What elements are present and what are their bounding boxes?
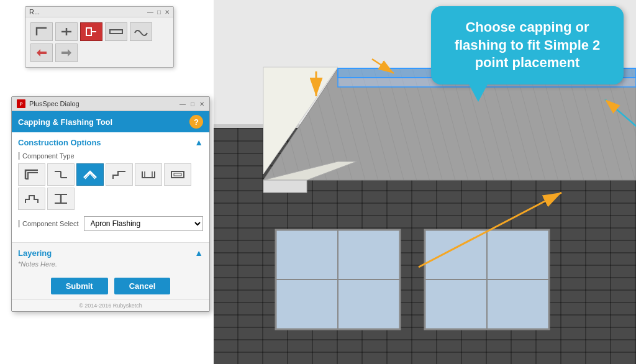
svg-rect-23 <box>110 30 122 34</box>
svg-marker-25 <box>61 49 71 57</box>
component-type-grid <box>18 163 203 210</box>
speech-bubble: Choose capping or flashing to fit Simple… <box>431 6 624 84</box>
dialog-content: Construction Options ▲ Component Type <box>12 132 209 242</box>
mini-tool-t-angle[interactable] <box>55 22 78 41</box>
construction-options-chevron[interactable]: ▲ <box>194 137 203 147</box>
dialog-header-title: Capping & Flashing Tool <box>18 117 112 127</box>
dialog-controls: — □ ✕ <box>179 101 204 107</box>
svg-rect-21 <box>86 28 91 35</box>
dialog-buttons: Submit Cancel <box>12 273 209 299</box>
component-type-label: Component Type <box>18 152 203 160</box>
mini-toolbar-body <box>25 17 173 67</box>
comp-icon-ridge[interactable] <box>76 163 104 186</box>
layering-section: Layering ▲ *Notes Here. <box>12 242 209 273</box>
mini-tool-arrow-r[interactable] <box>55 43 78 62</box>
comp-icon-u-channel[interactable] <box>135 163 162 186</box>
dialog-header: Capping & Flashing Tool ? <box>12 111 209 132</box>
mini-tool-flat[interactable] <box>105 22 127 41</box>
component-select-label: Component Select <box>18 220 79 227</box>
close-control[interactable]: ✕ <box>165 9 170 16</box>
comp-icon-l-flashing[interactable] <box>18 163 45 186</box>
svg-rect-31 <box>171 171 184 178</box>
notes-text: *Notes Here. <box>18 260 203 268</box>
svg-marker-24 <box>37 49 47 57</box>
dialog-minimize[interactable]: — <box>179 101 186 107</box>
component-select-dropdown[interactable]: Apron Flashing Ridge Capping Valley Flas… <box>84 216 204 231</box>
construction-options-header: Construction Options ▲ <box>18 137 203 147</box>
component-select-row: Component Select Apron Flashing Ridge Ca… <box>18 216 203 231</box>
cancel-button[interactable]: Cancel <box>114 278 171 294</box>
mini-tool-l-angle[interactable] <box>30 22 53 41</box>
plusspec-icon: P <box>17 99 25 108</box>
comp-icon-z-flashing[interactable] <box>47 163 75 186</box>
dialog-maximize[interactable]: □ <box>191 101 194 107</box>
mini-toolbar-titlebar: R... — □ ✕ <box>25 7 173 17</box>
dialog-titlebar-left: P PlusSpec Dialog <box>17 99 80 108</box>
help-button[interactable]: ? <box>189 115 203 129</box>
svg-marker-4 <box>263 180 307 193</box>
dialog-footer: © 2014-2016 Rubysketch <box>12 299 209 311</box>
dialog-app-name: PlusSpec Dialog <box>29 100 80 107</box>
maximize-control[interactable]: □ <box>157 9 161 16</box>
comp-icon-step[interactable] <box>106 163 133 186</box>
mini-tool-corner[interactable] <box>80 22 102 41</box>
minimize-control[interactable]: — <box>147 9 153 16</box>
copyright-text: © 2014-2016 Rubysketch <box>79 303 142 309</box>
comp-icon-double-step[interactable] <box>18 188 45 210</box>
svg-rect-32 <box>174 173 181 176</box>
submit-button[interactable]: Submit <box>51 278 108 294</box>
mini-toolbar-window: R... — □ ✕ <box>25 6 174 68</box>
layering-title: Layering <box>18 248 52 258</box>
mini-tool-wave[interactable] <box>130 22 152 41</box>
comp-icon-c-channel[interactable] <box>164 163 191 186</box>
comp-icon-i-beam[interactable] <box>47 188 75 210</box>
layering-header: Layering ▲ <box>18 248 203 258</box>
main-dialog: P PlusSpec Dialog — □ ✕ Capping & Flashi… <box>11 96 210 312</box>
dialog-close[interactable]: ✕ <box>199 101 204 107</box>
construction-options-title: Construction Options <box>18 138 101 147</box>
layering-chevron[interactable]: ▲ <box>194 248 203 258</box>
mini-tool-arrow-l[interactable] <box>30 43 53 62</box>
mini-toolbar-title: R... <box>29 8 40 16</box>
dialog-titlebar: P PlusSpec Dialog — □ ✕ <box>12 97 209 111</box>
speech-bubble-text: Choose capping or flashing to fit Simple… <box>455 19 601 70</box>
mini-toolbar-controls: — □ ✕ <box>147 9 170 16</box>
